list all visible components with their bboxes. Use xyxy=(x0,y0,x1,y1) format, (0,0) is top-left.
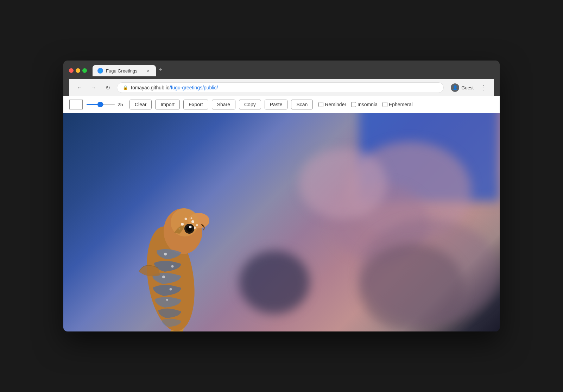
svg-point-14 xyxy=(164,253,167,255)
underwater-scene xyxy=(63,113,500,331)
url-bar[interactable]: 🔒 tomayac.github.io/fugu-greetings/publi… xyxy=(117,82,444,93)
reminder-label[interactable]: Reminder xyxy=(318,102,346,107)
canvas-area[interactable] xyxy=(63,113,500,331)
svg-point-18 xyxy=(166,299,168,301)
reload-icon: ↻ xyxy=(106,84,110,91)
clear-button[interactable]: Clear xyxy=(129,100,152,109)
export-button[interactable]: Export xyxy=(183,100,208,109)
url-text: tomayac.github.io/fugu-greetings/public/ xyxy=(131,85,218,90)
title-bar: 🌐 Fugu Greetings ✕ + ← → ↻ xyxy=(63,61,500,96)
traffic-lights xyxy=(69,68,87,73)
ephemeral-label[interactable]: Ephemeral xyxy=(382,102,413,107)
profile-label: Guest xyxy=(461,85,474,90)
svg-point-16 xyxy=(162,276,165,278)
svg-point-15 xyxy=(171,265,174,268)
close-button[interactable] xyxy=(69,68,74,73)
forward-icon: → xyxy=(91,84,96,91)
chrome-menu-button[interactable]: ⋮ xyxy=(479,82,488,93)
new-tab-button[interactable]: + xyxy=(156,65,165,75)
title-bar-top: 🌐 Fugu Greetings ✕ + xyxy=(69,65,494,76)
fish-svg xyxy=(106,170,232,331)
url-path: /fugu-greetings/public/ xyxy=(170,85,218,90)
svg-point-22 xyxy=(189,226,192,228)
paste-button[interactable]: Paste xyxy=(265,100,288,109)
copy-button[interactable]: Copy xyxy=(239,100,261,109)
tab-close-button[interactable]: ✕ xyxy=(145,68,151,74)
fish-container xyxy=(106,170,232,331)
url-domain: tomayac.github.io xyxy=(131,85,170,90)
insomnia-label[interactable]: Insomnia xyxy=(351,102,378,107)
stroke-slider[interactable] xyxy=(87,104,115,105)
minimize-button[interactable] xyxy=(76,68,80,73)
app-toolbar: 25 Clear Import Export Share Copy Paste … xyxy=(63,96,500,113)
stroke-value: 25 xyxy=(118,102,126,107)
maximize-button[interactable] xyxy=(82,68,87,73)
profile-button[interactable]: 👤 Guest xyxy=(448,82,476,93)
active-tab[interactable]: 🌐 Fugu Greetings ✕ xyxy=(93,65,156,76)
checkbox-group: Reminder Insomnia Ephemeral xyxy=(318,102,412,107)
tab-title: Fugu Greetings xyxy=(106,68,143,74)
svg-point-13 xyxy=(191,217,192,219)
ephemeral-checkbox[interactable] xyxy=(382,102,387,107)
favicon-symbol: 🌐 xyxy=(98,69,102,73)
color-swatch[interactable] xyxy=(69,100,83,109)
back-button[interactable]: ← xyxy=(75,83,84,93)
tab-favicon: 🌐 xyxy=(97,68,103,74)
close-icon: ✕ xyxy=(147,69,150,73)
svg-point-17 xyxy=(170,288,172,291)
svg-point-6 xyxy=(191,220,194,223)
coral-blob-6 xyxy=(239,251,310,314)
insomnia-checkbox[interactable] xyxy=(351,102,356,107)
svg-point-8 xyxy=(181,223,184,226)
reminder-text: Reminder xyxy=(325,102,346,107)
slider-container: 25 xyxy=(87,102,126,107)
ephemeral-text: Ephemeral xyxy=(389,102,413,107)
import-button[interactable]: Import xyxy=(155,100,180,109)
address-bar: ← → ↻ 🔒 tomayac.github.io/fugu-greetings… xyxy=(69,79,494,96)
forward-button[interactable]: → xyxy=(89,83,99,93)
lock-icon: 🔒 xyxy=(123,85,128,90)
svg-point-10 xyxy=(185,218,187,220)
reload-button[interactable]: ↻ xyxy=(103,83,113,93)
coral-blob-5 xyxy=(359,244,464,331)
insomnia-text: Insomnia xyxy=(358,102,378,107)
reminder-checkbox[interactable] xyxy=(318,102,323,107)
avatar-icon: 👤 xyxy=(453,85,458,90)
profile-avatar: 👤 xyxy=(451,83,459,92)
profile-area: 👤 Guest ⋮ xyxy=(448,82,488,93)
browser-window: 🌐 Fugu Greetings ✕ + ← → ↻ xyxy=(63,61,500,331)
back-icon: ← xyxy=(77,84,82,91)
coral-blob-4 xyxy=(299,148,387,219)
tab-bar: 🌐 Fugu Greetings ✕ + xyxy=(93,65,165,76)
share-button[interactable]: Share xyxy=(212,100,235,109)
scan-button[interactable]: Scan xyxy=(291,100,313,109)
svg-point-11 xyxy=(196,224,198,226)
